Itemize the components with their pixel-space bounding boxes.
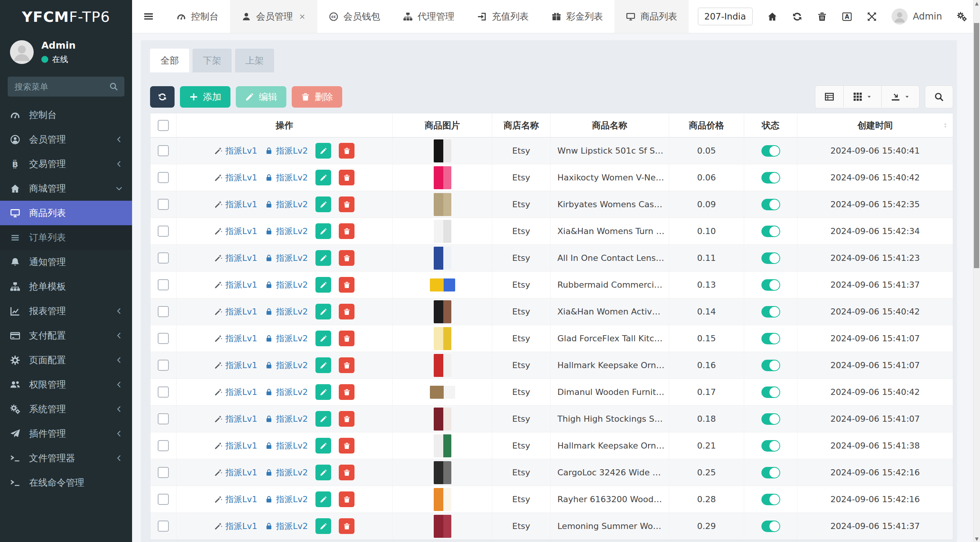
edit-row-button[interactable] — [315, 465, 331, 480]
sidebar-item[interactable]: 控制台 — [0, 103, 132, 127]
admin-menu[interactable]: Admin — [892, 8, 942, 25]
app-logo[interactable]: YFCMF-TP6 — [0, 0, 132, 34]
product-image[interactable] — [434, 220, 451, 243]
product-image[interactable] — [430, 386, 455, 399]
sort-icon[interactable] — [942, 123, 948, 128]
filter-tab[interactable]: 下架 — [193, 49, 232, 72]
edit-row-button[interactable] — [315, 143, 331, 159]
status-toggle[interactable] — [761, 521, 780, 532]
select-all-checkbox[interactable] — [158, 120, 169, 131]
assign-lv1-link[interactable]: 指派Lv1 — [214, 226, 257, 237]
delete-row-button[interactable] — [339, 223, 354, 239]
assign-lv2-link[interactable]: 指派Lv2 — [265, 199, 308, 210]
toggle-view-button[interactable] — [815, 86, 843, 107]
sidebar-item[interactable]: B 交易管理 — [0, 152, 132, 176]
product-image[interactable] — [434, 247, 451, 270]
delete-row-button[interactable] — [339, 170, 354, 185]
scrollbar-thumb[interactable] — [974, 23, 979, 268]
assign-lv2-link[interactable]: 指派Lv2 — [265, 521, 308, 532]
col-header-status[interactable]: 状态 — [744, 113, 797, 137]
delete-row-button[interactable] — [339, 518, 354, 534]
menu-search-input[interactable] — [8, 77, 124, 97]
assign-lv2-link[interactable]: 指派Lv2 — [265, 145, 308, 157]
language-icon[interactable]: A — [842, 11, 852, 22]
assign-lv2-link[interactable]: 指派Lv2 — [265, 252, 308, 264]
delete-row-button[interactable] — [339, 357, 354, 373]
add-button[interactable]: 添加 — [180, 86, 230, 108]
assign-lv1-link[interactable]: 指派Lv1 — [214, 467, 257, 478]
sidebar-item[interactable]: 商品列表 — [0, 201, 132, 225]
edit-row-button[interactable] — [315, 196, 331, 212]
status-toggle[interactable] — [761, 226, 780, 237]
status-toggle[interactable] — [761, 386, 780, 398]
site-select-button[interactable]: 207-India — [698, 8, 753, 25]
assign-lv2-link[interactable]: 指派Lv2 — [265, 360, 308, 371]
assign-lv1-link[interactable]: 指派Lv1 — [214, 440, 257, 452]
settings-gears-icon[interactable] — [957, 11, 967, 22]
assign-lv2-link[interactable]: 指派Lv2 — [265, 467, 308, 478]
row-checkbox[interactable] — [158, 226, 169, 237]
columns-dropdown-button[interactable] — [843, 86, 881, 107]
col-header-image[interactable]: 商品图片 — [393, 113, 492, 137]
row-checkbox[interactable] — [158, 333, 169, 344]
sidebar-item[interactable]: 抢单模板 — [0, 274, 132, 299]
edit-row-button[interactable] — [315, 223, 331, 239]
row-checkbox[interactable] — [158, 199, 169, 210]
product-image[interactable] — [434, 434, 451, 457]
status-toggle[interactable] — [761, 494, 780, 505]
status-toggle[interactable] — [761, 279, 780, 291]
delete-button[interactable]: 删除 — [292, 86, 342, 108]
status-toggle[interactable] — [761, 199, 780, 210]
assign-lv2-link[interactable]: 指派Lv2 — [265, 279, 308, 291]
topbar-tab[interactable]: 彩金列表 — [540, 0, 614, 33]
edit-button[interactable]: 编辑 — [236, 86, 286, 108]
sidebar-item[interactable]: 系统管理 — [0, 397, 132, 421]
export-dropdown-button[interactable] — [881, 86, 919, 107]
vertical-scrollbar[interactable]: ▲ ▼ — [973, 0, 980, 542]
status-toggle[interactable] — [761, 360, 780, 371]
row-checkbox[interactable] — [158, 386, 169, 398]
delete-row-button[interactable] — [339, 304, 354, 319]
edit-row-button[interactable] — [315, 331, 331, 346]
refresh-icon[interactable] — [792, 11, 802, 22]
row-checkbox[interactable] — [158, 145, 169, 156]
product-image[interactable] — [434, 408, 451, 431]
trash-icon[interactable] — [817, 11, 827, 22]
sidebar-item[interactable]: 会员管理 — [0, 127, 132, 152]
hamburger-menu-icon[interactable] — [132, 0, 165, 33]
edit-row-button[interactable] — [315, 491, 331, 507]
sidebar-item[interactable]: 通知管理 — [0, 250, 132, 274]
assign-lv1-link[interactable]: 指派Lv1 — [214, 494, 257, 505]
edit-row-button[interactable] — [315, 304, 331, 319]
edit-row-button[interactable] — [315, 250, 331, 266]
delete-row-button[interactable] — [339, 491, 354, 507]
edit-row-button[interactable] — [315, 411, 331, 427]
row-checkbox[interactable] — [158, 413, 169, 424]
delete-row-button[interactable] — [339, 277, 354, 293]
assign-lv1-link[interactable]: 指派Lv1 — [214, 360, 257, 371]
row-checkbox[interactable] — [158, 360, 169, 371]
status-toggle[interactable] — [761, 440, 780, 452]
row-checkbox[interactable] — [158, 252, 169, 264]
assign-lv2-link[interactable]: 指派Lv2 — [265, 413, 308, 425]
assign-lv1-link[interactable]: 指派Lv1 — [214, 199, 257, 210]
sidebar-item[interactable]: 商城管理 — [0, 176, 132, 201]
sidebar-item[interactable]: 订单列表 — [0, 225, 132, 250]
col-header-price[interactable]: 商品价格 — [669, 113, 744, 137]
status-toggle[interactable] — [761, 172, 780, 183]
status-toggle[interactable] — [761, 145, 780, 157]
assign-lv1-link[interactable]: 指派Lv1 — [214, 333, 257, 344]
search-toggle-button[interactable] — [925, 85, 953, 108]
sidebar-item[interactable]: 插件管理 — [0, 421, 132, 446]
assign-lv1-link[interactable]: 指派Lv1 — [214, 306, 257, 318]
product-image[interactable] — [434, 166, 451, 189]
assign-lv1-link[interactable]: 指派Lv1 — [214, 386, 257, 398]
status-toggle[interactable] — [761, 252, 780, 264]
delete-row-button[interactable] — [339, 438, 354, 454]
topbar-tab[interactable]: 充值列表 — [466, 0, 540, 33]
row-checkbox[interactable] — [158, 306, 169, 317]
assign-lv1-link[interactable]: 指派Lv1 — [214, 279, 257, 291]
product-image[interactable] — [434, 327, 451, 350]
product-image[interactable] — [434, 300, 451, 323]
scroll-up-arrow-icon[interactable]: ▲ — [973, 0, 980, 7]
